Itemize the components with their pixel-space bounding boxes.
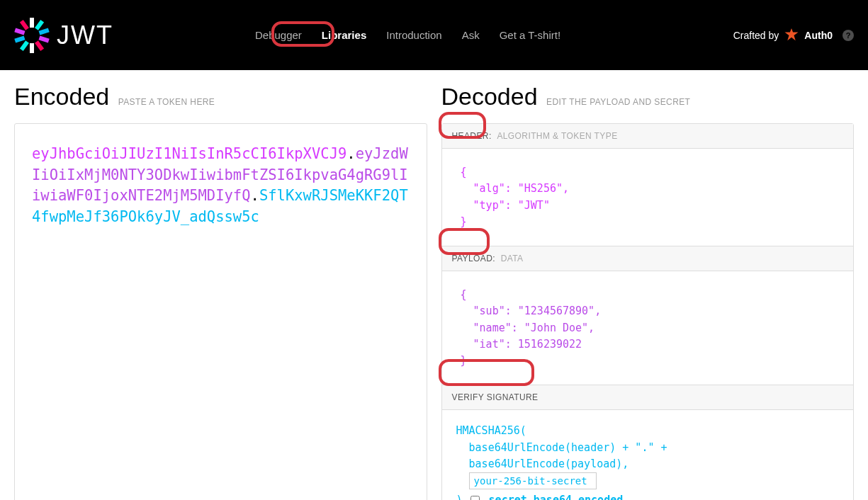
sig-close-paren: ) [456,494,469,500]
jwt-logo-icon [14,18,50,53]
svg-rect-3 [20,40,29,51]
svg-rect-9 [20,20,29,30]
svg-rect-0 [30,18,34,28]
auth0-label[interactable]: Auth0 [804,30,833,41]
base64-checkbox[interactable] [470,496,480,500]
brand-text: JWT [57,21,113,50]
nav-right: Crafted by Auth0 ? [733,28,854,42]
encoded-title: Encoded [14,83,109,110]
crafted-by-label: Crafted by [733,30,779,41]
decoded-payload-label: PAYLOAD: [452,254,495,263]
token-header-segment: eyJhbGciOiJIUzI1NiIsInR5cCI6IkpXVCJ9 [32,145,346,162]
svg-rect-1 [30,43,34,53]
decoded-header-body[interactable]: { "alg": "HS256", "typ": "JWT" } [442,149,854,246]
svg-rect-2 [35,20,44,30]
brand[interactable]: JWT [14,18,113,53]
decoded-payload-bar: PAYLOAD: DATA [442,246,854,271]
decoded-signature-body: HMACSHA256( base64UrlEncode(header) + ".… [442,410,854,500]
svg-rect-6 [39,35,50,42]
nav-link-ask[interactable]: Ask [462,29,480,41]
base64-label: secret base64 encoded [489,494,624,500]
decoded-column: Decoded EDIT THE PAYLOAD AND SECRET HEAD… [434,83,855,500]
encoded-subtitle: PASTE A TOKEN HERE [118,97,215,107]
decoded-payload-sub: DATA [501,254,524,263]
decoded-header-bar: HEADER: ALGORITHM & TOKEN TYPE [442,124,854,149]
decoded-header-sub: ALGORITHM & TOKEN TYPE [497,131,617,141]
nav-link-debugger[interactable]: Debugger [255,29,302,41]
decoded-box: HEADER: ALGORITHM & TOKEN TYPE { "alg": … [441,123,855,500]
encoded-column: Encoded PASTE A TOKEN HERE eyJhbGciOiJIU… [14,83,434,500]
svg-rect-8 [35,40,44,51]
navbar: JWT Debugger Libraries Introduction Ask … [0,0,868,70]
decoded-signature-label: VERIFY SIGNATURE [452,392,539,402]
secret-input[interactable] [469,472,597,489]
svg-rect-7 [14,28,25,35]
main: Encoded PASTE A TOKEN HERE eyJhbGciOiJIU… [0,70,868,500]
decoded-payload-body[interactable]: { "sub": "1234567890", "name": "John Doe… [442,271,854,385]
help-icon[interactable]: ? [842,30,854,41]
decoded-signature-bar: VERIFY SIGNATURE [442,385,854,410]
svg-rect-4 [39,28,50,35]
nav-link-tshirt[interactable]: Get a T-shirt! [500,29,560,41]
decoded-header-label: HEADER: [452,131,492,141]
auth0-icon [784,28,799,42]
nav-link-libraries[interactable]: Libraries [322,29,366,41]
decoded-title: Decoded [441,83,538,110]
token-text[interactable]: eyJhbGciOiJIUzI1NiIsInR5cCI6IkpXVCJ9.eyJ… [32,144,410,228]
decoded-subtitle: EDIT THE PAYLOAD AND SECRET [546,97,690,107]
encoded-textarea[interactable]: eyJhbGciOiJIUzI1NiIsInR5cCI6IkpXVCJ9.eyJ… [14,123,427,500]
svg-rect-5 [14,35,25,42]
nav-link-introduction[interactable]: Introduction [386,29,441,41]
nav-links: Debugger Libraries Introduction Ask Get … [255,29,560,41]
